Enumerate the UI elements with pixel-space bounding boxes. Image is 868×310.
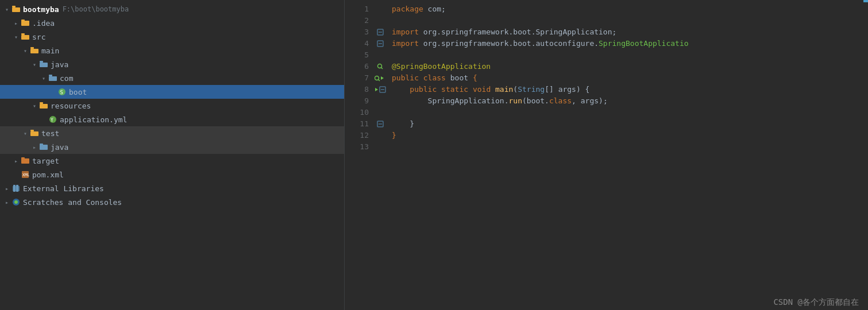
code-line-2 — [392, 15, 868, 26]
line-number-4: 4 — [345, 38, 369, 49]
item-label-ext-libs: External Libraries — [23, 184, 104, 193]
code-token: import — [392, 26, 419, 38]
code-line-11: } — [392, 118, 868, 130]
tree-arrow-scratches[interactable] — [2, 197, 11, 207]
code-token: String — [518, 84, 545, 95]
code-token — [437, 84, 441, 95]
gutter-item-13 — [373, 141, 387, 153]
code-token: SpringApplication. — [392, 95, 509, 107]
code-token: { — [473, 72, 477, 84]
gutter-item-7[interactable] — [373, 72, 387, 84]
gutter-item-4[interactable] — [373, 38, 387, 49]
tree-arrow-test-java[interactable] — [30, 142, 39, 152]
gutter-item-9 — [373, 95, 387, 107]
code-token: public — [392, 72, 419, 84]
gutter-item-8[interactable] — [373, 84, 387, 95]
tree-arrow-ext-libs[interactable] — [2, 184, 11, 193]
tree-arrow-resources[interactable] — [30, 101, 39, 110]
svg-rect-35 — [16, 185, 18, 192]
tree-item-resources[interactable]: resources — [0, 99, 344, 113]
code-token: class — [549, 95, 572, 107]
svg-line-45 — [379, 80, 380, 82]
svg-rect-9 — [30, 47, 34, 49]
code-token: com; — [423, 3, 446, 15]
tree-item-test[interactable]: test — [0, 126, 344, 140]
tree-item-pom[interactable]: XMLpom.xml — [0, 168, 344, 181]
svg-rect-21 — [40, 104, 47, 108]
tree-item-src[interactable]: src — [0, 30, 344, 44]
svg-rect-16 — [49, 77, 56, 81]
item-label-target: target — [32, 157, 59, 165]
tree-item-boot[interactable]: Sboot — [0, 85, 344, 99]
item-label-com: com — [60, 74, 73, 83]
line-number-5: 5 — [345, 49, 369, 61]
tree-arrow-com[interactable] — [39, 73, 48, 83]
code-line-5 — [392, 49, 868, 61]
code-token: } — [392, 130, 396, 141]
line-number-3: 3 — [345, 26, 369, 38]
tree-arrow-bootmyba[interactable] — [2, 5, 11, 14]
svg-point-42 — [378, 64, 382, 68]
tree-item-idea[interactable]: .idea — [0, 16, 344, 30]
gutter-item-6[interactable] — [373, 61, 387, 72]
tree-item-scratches[interactable]: Scratches and Consoles — [0, 195, 344, 209]
svg-rect-20 — [40, 102, 43, 104]
svg-rect-12 — [40, 61, 43, 63]
tree-item-java[interactable]: java — [0, 57, 344, 71]
item-path-bootmyba: F:\boot\bootmyba — [63, 5, 129, 13]
code-area[interactable]: package com;import org.springframework.b… — [387, 0, 868, 310]
svg-rect-7 — [22, 36, 29, 40]
svg-point-44 — [375, 76, 379, 80]
code-line-4: import org.springframework.boot.autoconf… — [392, 38, 868, 49]
code-token: import — [392, 38, 419, 49]
tree-arrow-main[interactable] — [21, 46, 30, 55]
gutter-item-3[interactable] — [373, 26, 387, 38]
tree-item-com[interactable]: com — [0, 71, 344, 85]
tree-item-target[interactable]: target — [0, 154, 344, 168]
code-token: (boot. — [522, 95, 549, 107]
code-token: SpringBootApplicatio — [599, 38, 689, 49]
tree-arrow-java[interactable] — [30, 60, 39, 69]
gutter — [373, 0, 387, 310]
code-token: run — [509, 95, 522, 107]
svg-text:XML: XML — [22, 173, 29, 177]
tree-item-bootmyba[interactable]: bootmybaF:\boot\bootmyba — [0, 2, 344, 16]
project-sidebar: bootmybaF:\boot\bootmyba.ideasrcmainjava… — [0, 0, 345, 310]
gutter-item-11[interactable] — [373, 118, 387, 130]
file-icon-test-java — [39, 142, 48, 152]
svg-rect-2 — [13, 8, 20, 12]
svg-rect-10 — [31, 49, 38, 53]
svg-rect-13 — [40, 63, 47, 67]
tree-item-test-java[interactable]: java — [0, 140, 344, 154]
svg-marker-47 — [375, 88, 378, 91]
svg-text:Y: Y — [51, 118, 53, 123]
gutter-item-10 — [373, 107, 387, 118]
item-label-application: application.yml — [60, 115, 127, 124]
tree-arrow-src[interactable] — [11, 32, 21, 41]
file-icon-bootmyba — [11, 5, 21, 14]
code-line-1: package com; — [392, 3, 868, 15]
code-token: main — [495, 84, 513, 95]
scrollbar[interactable] — [863, 0, 868, 2]
svg-rect-15 — [49, 75, 52, 76]
code-token: package — [392, 3, 423, 15]
tree-item-application[interactable]: Yapplication.yml — [0, 113, 344, 126]
tree-item-ext-libs[interactable]: External Libraries — [0, 181, 344, 195]
line-number-10: 10 — [345, 107, 369, 118]
code-token: , args); — [572, 95, 608, 107]
file-tree: bootmybaF:\boot\bootmyba.ideasrcmainjava… — [0, 0, 344, 310]
gutter-item-2 — [373, 15, 387, 26]
svg-rect-28 — [40, 144, 43, 145]
svg-rect-29 — [21, 158, 29, 164]
line-number-13: 13 — [345, 141, 369, 153]
file-icon-application: Y — [48, 115, 57, 124]
code-editor: 12345678910111213 package com;import org… — [345, 0, 868, 310]
code-line-8: public static void main(String[] args) { — [392, 84, 868, 95]
tree-arrow-test[interactable] — [21, 129, 30, 138]
tree-item-main[interactable]: main — [0, 44, 344, 57]
line-number-7: 7 — [345, 72, 369, 84]
tree-arrow-idea[interactable] — [11, 18, 21, 28]
code-line-10 — [392, 107, 868, 118]
code-token — [468, 84, 473, 95]
tree-arrow-target[interactable] — [11, 156, 21, 165]
